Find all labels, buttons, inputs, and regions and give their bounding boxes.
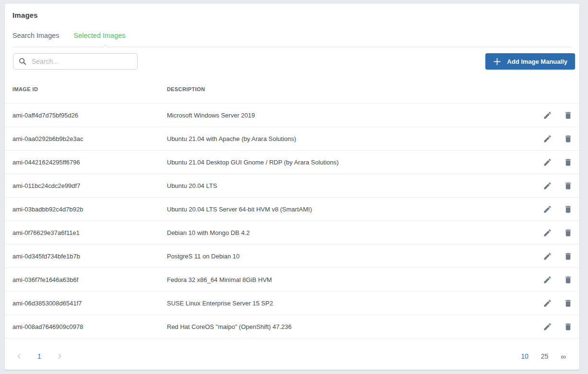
edit-image-button[interactable] xyxy=(543,299,552,308)
search-input[interactable] xyxy=(32,58,132,65)
pencil-icon xyxy=(543,158,552,167)
chevron-right-icon xyxy=(56,352,63,360)
delete-image-button[interactable] xyxy=(564,158,573,167)
current-page-number[interactable]: 1 xyxy=(35,352,43,360)
table-row: ami-0f76629e37a6f11e1 Debian 10 with Mon… xyxy=(5,221,579,245)
delete-image-button[interactable] xyxy=(564,275,573,284)
description-cell: PostgreS 11 on Debian 10 xyxy=(167,253,522,260)
description-cell: Fedora 32 x86_64 Minimal 8GiB HVM xyxy=(167,276,522,283)
trash-icon xyxy=(564,134,573,143)
table-body: ami-0aff4d7d75bf95d26 Microsoft Windows … xyxy=(5,104,579,339)
tab-bar: Search Images Selected Images xyxy=(12,32,572,47)
edit-image-button[interactable] xyxy=(543,322,552,331)
table-header: IMAGE ID DESCRIPTION xyxy=(5,75,579,104)
edit-image-button[interactable] xyxy=(543,111,552,120)
images-panel: Images Search Images Selected Images Add… xyxy=(5,4,579,370)
trash-icon xyxy=(564,228,573,237)
table-row: ami-0aff4d7d75bf95d26 Microsoft Windows … xyxy=(5,104,579,127)
description-cell: Debian 10 with Mongo DB 4.2 xyxy=(167,229,522,236)
page-size-10-button[interactable]: 10 xyxy=(521,352,529,360)
image-id-cell: ami-0f76629e37a6f11e1 xyxy=(5,229,167,236)
table-row: ami-008ad7646909c0978 Red Hat CoreOS "ma… xyxy=(5,315,579,339)
column-image-id: IMAGE ID xyxy=(5,86,167,92)
toolbar: Add Image Manually xyxy=(5,47,579,75)
pencil-icon xyxy=(543,228,552,237)
pencil-icon xyxy=(543,275,552,284)
delete-image-button[interactable] xyxy=(564,322,573,331)
pencil-icon xyxy=(543,299,552,308)
column-description: DESCRIPTION xyxy=(167,86,522,92)
pagination-next-button[interactable] xyxy=(56,352,63,360)
delete-image-button[interactable] xyxy=(564,111,573,120)
image-id-cell: ami-0aa0292b6b9b2e3ac xyxy=(5,135,167,142)
edit-image-button[interactable] xyxy=(543,275,552,284)
description-cell: Ubuntu 21.04 with Apache (by Arara Solut… xyxy=(167,135,522,142)
trash-icon xyxy=(564,111,573,120)
pencil-icon xyxy=(543,134,552,143)
delete-image-button[interactable] xyxy=(564,181,573,190)
table-row: ami-03badbb92c4d7b92b Ubuntu 20.04 LTS S… xyxy=(5,198,579,221)
page-size-25-button[interactable]: 25 xyxy=(541,352,549,360)
table-row: ami-036f7fe1646a63b6f Fedora 32 x86_64 M… xyxy=(5,268,579,292)
image-id-cell: ami-036f7fe1646a63b6f xyxy=(5,276,167,283)
table-row: ami-0d345fd734bfe1b7b PostgreS 11 on Deb… xyxy=(5,245,579,268)
panel-header: Images Search Images Selected Images xyxy=(5,4,579,47)
pencil-icon xyxy=(543,111,552,120)
edit-image-button[interactable] xyxy=(543,158,552,167)
description-cell: Red Hat CoreOS "maipo" (OpenShift) 47.23… xyxy=(167,323,522,330)
pagination-prev-button[interactable] xyxy=(15,352,23,360)
delete-image-button[interactable] xyxy=(564,205,573,214)
add-image-manually-button[interactable]: Add Image Manually xyxy=(485,53,575,70)
chevron-left-icon xyxy=(15,352,23,360)
trash-icon xyxy=(564,322,573,331)
delete-image-button[interactable] xyxy=(564,134,573,143)
edit-image-button[interactable] xyxy=(543,181,552,190)
add-image-label: Add Image Manually xyxy=(507,58,567,65)
image-id-cell: ami-0d345fd734bfe1b7b xyxy=(5,253,167,260)
image-id-cell: ami-011bc24cdc2e99df7 xyxy=(5,182,167,189)
search-icon xyxy=(18,57,27,66)
trash-icon xyxy=(564,299,573,308)
delete-image-button[interactable] xyxy=(564,252,573,261)
image-id-cell: ami-0aff4d7d75bf95d26 xyxy=(5,112,167,119)
description-cell: Microsoft Windows Server 2019 xyxy=(167,112,522,119)
trash-icon xyxy=(564,275,573,284)
search-box[interactable] xyxy=(13,53,138,70)
pencil-icon xyxy=(543,322,552,331)
edit-image-button[interactable] xyxy=(543,134,552,143)
trash-icon xyxy=(564,205,573,214)
delete-image-button[interactable] xyxy=(564,228,573,237)
plus-icon xyxy=(493,58,501,66)
description-cell: SUSE Linux Enterprise Server 15 SP2 xyxy=(167,300,522,307)
pagination-bar: 1 10 25 ∞ xyxy=(5,343,579,370)
pencil-icon xyxy=(543,181,552,190)
tab-search-images[interactable]: Search Images xyxy=(12,32,59,39)
edit-image-button[interactable] xyxy=(543,228,552,237)
tab-selected-images[interactable]: Selected Images xyxy=(74,32,126,39)
edit-image-button[interactable] xyxy=(543,205,552,214)
image-id-cell: ami-04421624295ff6796 xyxy=(5,159,167,166)
trash-icon xyxy=(564,158,573,167)
edit-image-button[interactable] xyxy=(543,252,552,261)
page-size-infinity-button[interactable]: ∞ xyxy=(561,352,566,361)
table-row: ami-06d3853008d6541f7 SUSE Linux Enterpr… xyxy=(5,292,579,315)
image-id-cell: ami-06d3853008d6541f7 xyxy=(5,300,167,307)
trash-icon xyxy=(564,181,573,190)
table-row: ami-0aa0292b6b9b2e3ac Ubuntu 21.04 with … xyxy=(5,127,579,151)
delete-image-button[interactable] xyxy=(564,299,573,308)
image-id-cell: ami-008ad7646909c0978 xyxy=(5,323,167,330)
description-cell: Ubuntu 21.04 Desktop GUI Gnome / RDP (by… xyxy=(167,159,522,166)
image-id-cell: ami-03badbb92c4d7b92b xyxy=(5,206,167,213)
table-row: ami-011bc24cdc2e99df7 Ubuntu 20.04 LTS xyxy=(5,174,579,198)
trash-icon xyxy=(564,252,573,261)
page-title: Images xyxy=(12,11,572,19)
description-cell: Ubuntu 20.04 LTS Server 64-bit HVM v8 (S… xyxy=(167,206,522,213)
pencil-icon xyxy=(543,205,552,214)
pencil-icon xyxy=(543,252,552,261)
table-row: ami-04421624295ff6796 Ubuntu 21.04 Deskt… xyxy=(5,151,579,174)
description-cell: Ubuntu 20.04 LTS xyxy=(167,182,522,189)
